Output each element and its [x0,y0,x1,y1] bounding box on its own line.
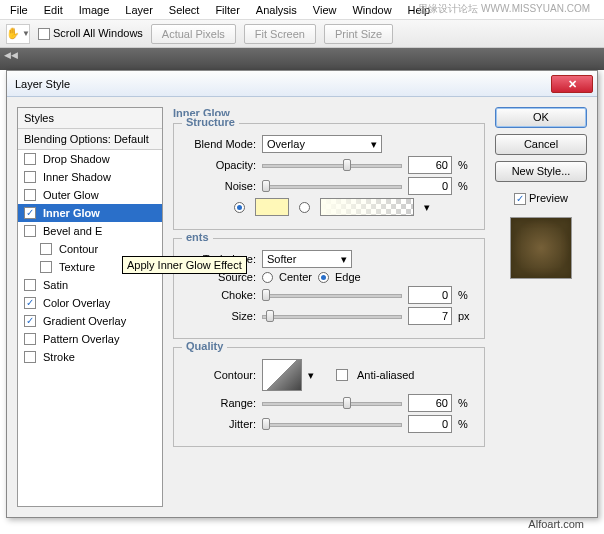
elements-legend: ents [182,231,213,243]
inner-glow-tooltip: Apply Inner Glow Effect [122,256,247,274]
technique-select[interactable]: Softer▾ [262,250,352,268]
jitter-label: Jitter: [184,418,256,430]
preview-checkbox[interactable]: Preview [495,192,587,205]
center-label: Center [279,271,312,283]
styles-header[interactable]: Styles [18,108,162,129]
actual-pixels-button[interactable]: Actual Pixels [151,24,236,44]
color-radio[interactable] [234,202,245,213]
range-unit: % [458,397,474,409]
anti-aliased-label: Anti-aliased [357,369,414,381]
chevron-down-icon: ▾ [371,138,377,151]
edge-label: Edge [335,271,361,283]
satin-item[interactable]: Satin [18,276,162,294]
document-tab-bar: ◀◀ [0,48,604,70]
preview-swatch [510,217,572,279]
stroke-item[interactable]: Stroke [18,348,162,366]
menu-filter[interactable]: Filter [207,4,247,16]
jitter-slider[interactable] [262,416,402,432]
dialog-title: Layer Style [11,78,70,90]
choke-label: Choke: [184,289,256,301]
new-style-button[interactable]: New Style... [495,161,587,182]
options-bar: ✋▼ Scroll All Windows Actual Pixels Fit … [0,20,604,48]
menu-edit[interactable]: Edit [36,4,71,16]
anti-aliased-checkbox[interactable] [336,369,348,381]
size-slider[interactable] [262,308,402,324]
drop-shadow-item[interactable]: Drop Shadow [18,150,162,168]
blending-options-item[interactable]: Blending Options: Default [18,129,162,150]
menu-view[interactable]: View [305,4,345,16]
opacity-label: Opacity: [184,159,256,171]
print-size-button[interactable]: Print Size [324,24,393,44]
structure-group: Structure Blend Mode: Overlay▾ Opacity: … [173,123,485,230]
pattern-overlay-item[interactable]: Pattern Overlay [18,330,162,348]
size-label: Size: [184,310,256,322]
chevron-down-icon[interactable]: ▾ [308,369,314,382]
chevron-down-icon: ▾ [341,253,347,266]
choke-input[interactable]: 0 [408,286,452,304]
dialog-buttons: OK Cancel New Style... Preview [495,107,587,507]
contour-picker[interactable] [262,359,302,391]
noise-slider[interactable] [262,178,402,194]
choke-unit: % [458,289,474,301]
range-input[interactable]: 60 [408,394,452,412]
opacity-slider[interactable] [262,157,402,173]
source-center-radio[interactable] [262,272,273,283]
jitter-input[interactable]: 0 [408,415,452,433]
glow-color-swatch[interactable] [255,198,289,216]
outer-glow-item[interactable]: Outer Glow [18,186,162,204]
menu-select[interactable]: Select [161,4,208,16]
size-unit: px [458,310,474,322]
blend-mode-label: Blend Mode: [184,138,256,150]
dialog-titlebar[interactable]: Layer Style ✕ [7,71,597,97]
blend-mode-select[interactable]: Overlay▾ [262,135,382,153]
noise-unit: % [458,180,474,192]
choke-slider[interactable] [262,287,402,303]
cancel-button[interactable]: Cancel [495,134,587,155]
inner-shadow-item[interactable]: Inner Shadow [18,168,162,186]
app-menubar: File Edit Image Layer Select Filter Anal… [0,0,604,20]
settings-panel: Inner Glow Structure Blend Mode: Overlay… [173,107,485,507]
source-edge-radio[interactable] [318,272,329,283]
menu-image[interactable]: Image [71,4,118,16]
range-label: Range: [184,397,256,409]
range-slider[interactable] [262,395,402,411]
watermark-text: 思缘设计论坛 WWW.MISSYUAN.COM [410,2,598,16]
ok-button[interactable]: OK [495,107,587,128]
scroll-all-windows-checkbox[interactable]: Scroll All Windows [38,27,143,40]
glow-gradient-picker[interactable] [320,198,414,216]
gradient-overlay-item[interactable]: Gradient Overlay [18,312,162,330]
styles-list: Styles Blending Options: Default Drop Sh… [17,107,163,507]
chevron-down-icon[interactable]: ▾ [424,201,430,214]
opacity-input[interactable]: 60 [408,156,452,174]
elements-group: ents Technique: Softer▾ Source: Center E… [173,238,485,339]
menu-layer[interactable]: Layer [117,4,161,16]
size-input[interactable]: 7 [408,307,452,325]
contour-label: Contour: [184,369,256,381]
noise-label: Noise: [184,180,256,192]
hand-tool-icon[interactable]: ✋▼ [6,24,30,44]
color-overlay-item[interactable]: Color Overlay [18,294,162,312]
menu-file[interactable]: File [2,4,36,16]
quality-legend: Quality [182,340,227,352]
noise-input[interactable]: 0 [408,177,452,195]
gradient-radio[interactable] [299,202,310,213]
menu-analysis[interactable]: Analysis [248,4,305,16]
structure-legend: Structure [182,116,239,128]
inner-glow-item[interactable]: Inner Glow [18,204,162,222]
quality-group: Quality Contour: ▾ Anti-aliased Range: 6… [173,347,485,447]
footer-credit: Alfoart.com [528,518,584,530]
tab-scroll-icon[interactable]: ◀◀ [0,48,22,62]
jitter-unit: % [458,418,474,430]
menu-window[interactable]: Window [344,4,399,16]
opacity-unit: % [458,159,474,171]
close-icon[interactable]: ✕ [551,75,593,93]
layer-style-dialog: Layer Style ✕ Styles Blending Options: D… [6,70,598,518]
bevel-emboss-item[interactable]: Bevel and E [18,222,162,240]
fit-screen-button[interactable]: Fit Screen [244,24,316,44]
